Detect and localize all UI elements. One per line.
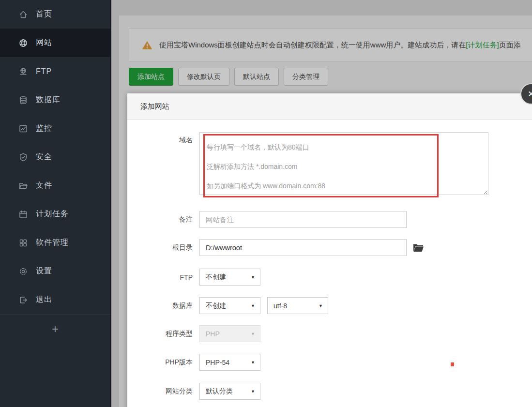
sidebar-item-monitor[interactable]: 监控 — [0, 114, 110, 143]
sidebar-item-settings[interactable]: 设置 — [0, 257, 110, 286]
add-website-dialog: ✕ 添加网站 域名 备注 根目录 FTP 不创建 ▼ 数据库 不创建 ▼ — [127, 93, 532, 407]
chevron-down-icon: ▼ — [251, 275, 255, 280]
sidebar-item-label: FTP — [36, 67, 52, 76]
monitor-icon — [18, 124, 28, 134]
sidebar-item-home[interactable]: 首页 — [0, 0, 110, 29]
php-version-select[interactable]: PHP-54 ▼ — [199, 354, 260, 371]
chevron-down-icon: ▼ — [251, 303, 255, 308]
root-dir-input[interactable] — [199, 239, 407, 256]
app-type-select-value: PHP — [206, 330, 220, 338]
sidebar-item-cron[interactable]: 计划任务 — [0, 200, 110, 228]
sidebar-item-label: 文件 — [36, 181, 52, 191]
site-category-label: 网站分类 — [127, 387, 199, 396]
sidebar-item-ftp[interactable]: FTP — [0, 57, 110, 86]
domain-row: 域名 — [127, 132, 488, 195]
ftp-label: FTP — [127, 273, 199, 281]
sidebar-item-label: 网站 — [36, 38, 52, 48]
dialog-header: 添加网站 — [127, 93, 532, 120]
app-type-select: PHP ▼ — [199, 325, 260, 342]
ftp-row: FTP 不创建 ▼ — [127, 269, 260, 286]
site-category-select[interactable]: 默认分类 ▼ — [199, 383, 260, 400]
database-icon — [18, 95, 28, 105]
home-icon — [18, 10, 28, 19]
browse-folder-icon[interactable] — [413, 243, 424, 252]
ftp-select[interactable]: 不创建 ▼ — [199, 269, 260, 286]
sidebar-item-label: 安全 — [36, 152, 52, 162]
sidebar-item-software[interactable]: 软件管理 — [0, 228, 110, 257]
annotation-red-dot — [451, 362, 454, 366]
logout-icon — [18, 295, 28, 305]
root-dir-row: 根目录 — [127, 239, 424, 256]
database-select-value: 不创建 — [206, 301, 226, 310]
sidebar-item-database[interactable]: 数据库 — [0, 86, 110, 114]
remark-row: 备注 — [127, 211, 407, 228]
sidebar-item-security[interactable]: 安全 — [0, 143, 110, 171]
calendar-icon — [18, 210, 28, 219]
php-version-select-value: PHP-54 — [206, 359, 229, 366]
sidebar-item-label: 首页 — [36, 9, 52, 19]
chevron-down-icon: ▼ — [319, 303, 323, 308]
database-select[interactable]: 不创建 ▼ — [199, 297, 260, 314]
sidebar-item-files[interactable]: 文件 — [0, 171, 110, 200]
sidebar-item-label: 设置 — [36, 266, 52, 276]
site-category-select-value: 默认分类 — [206, 387, 233, 396]
sidebar: 首页 网站 FTP 数据库 监控 安全 文件 — [0, 0, 110, 407]
sidebar-item-logout[interactable]: 退出 — [0, 286, 110, 314]
domain-textarea[interactable] — [199, 132, 488, 195]
root-dir-label: 根目录 — [127, 243, 199, 252]
dialog-title: 添加网站 — [140, 102, 169, 111]
app-type-row: 程序类型 PHP ▼ — [127, 325, 260, 342]
sidebar-item-label: 退出 — [36, 295, 52, 305]
folder-icon — [18, 181, 28, 191]
php-version-row: PHP版本 PHP-54 ▼ — [127, 354, 260, 371]
remark-label: 备注 — [127, 215, 199, 224]
database-label: 数据库 — [127, 301, 199, 310]
charset-select[interactable]: utf-8 ▼ — [267, 297, 328, 314]
charset-select-value: utf-8 — [274, 302, 287, 310]
sidebar-item-website[interactable]: 网站 — [0, 29, 110, 57]
ftp-icon — [18, 67, 28, 76]
site-category-row: 网站分类 默认分类 ▼ — [127, 383, 260, 400]
remark-input[interactable] — [199, 211, 407, 228]
plus-icon: + — [52, 322, 59, 336]
chevron-down-icon: ▼ — [251, 389, 255, 394]
domain-label: 域名 — [127, 132, 199, 145]
chevron-down-icon: ▼ — [251, 332, 255, 336]
chevron-down-icon: ▼ — [251, 360, 255, 365]
ftp-select-value: 不创建 — [206, 273, 226, 282]
database-row: 数据库 不创建 ▼ utf-8 ▼ — [127, 297, 328, 314]
app-type-label: 程序类型 — [127, 330, 199, 338]
php-version-label: PHP版本 — [127, 358, 199, 367]
gear-icon — [18, 267, 28, 276]
sidebar-item-label: 计划任务 — [36, 209, 69, 219]
shield-icon — [18, 152, 28, 162]
sidebar-item-label: 软件管理 — [36, 238, 69, 248]
apps-icon — [18, 238, 28, 248]
sidebar-item-label: 数据库 — [36, 95, 61, 105]
sidebar-item-label: 监控 — [36, 123, 52, 134]
globe-icon — [18, 38, 28, 48]
sidebar-add-button[interactable]: + — [0, 314, 110, 343]
